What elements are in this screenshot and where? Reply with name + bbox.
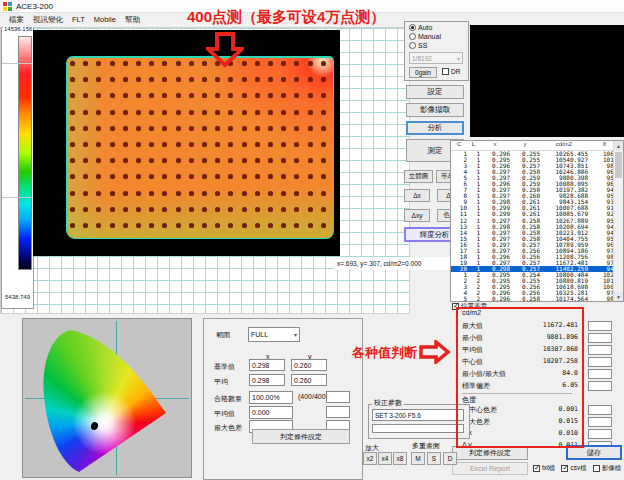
average-x-field[interactable]: 0.298: [249, 374, 285, 386]
measure-point: [70, 174, 75, 179]
file-option[interactable]: 影像檔: [593, 464, 622, 473]
capture-mode-manual[interactable]: Manual: [409, 32, 468, 40]
menu-item[interactable]: 視訊變化: [33, 15, 63, 25]
measure-point: [268, 174, 273, 179]
judge-condition-button[interactable]: 判定條件設定: [452, 446, 528, 460]
exposure-mode-radios: AutoManualSS: [405, 23, 468, 49]
measure-point: [136, 61, 141, 66]
stat-spec-box[interactable]: [588, 429, 612, 439]
cie-chromaticity-diagram: [22, 318, 192, 478]
measure-point: [228, 142, 233, 147]
measure-point: [162, 174, 167, 179]
measure-point: [176, 223, 181, 228]
capture-mode-auto[interactable]: Auto: [409, 23, 468, 31]
magnify-x4-button[interactable]: x4: [378, 452, 392, 465]
measure-point: [281, 110, 286, 115]
reference-x-field[interactable]: 0.298: [249, 359, 285, 371]
scrollbar-thumb[interactable]: [615, 152, 622, 178]
measure-point: [96, 191, 101, 196]
capture-mode-ss[interactable]: SS: [409, 41, 468, 49]
delta-x-button[interactable]: Δx: [404, 189, 430, 202]
menu-item[interactable]: Mobile: [94, 15, 116, 24]
annotation-values-note: 各种值判断: [352, 344, 417, 362]
measure-point: [228, 110, 233, 115]
measure-point: [321, 142, 326, 147]
judge-condition-button-left[interactable]: 判定條件設定: [252, 429, 350, 444]
stat-spec-box[interactable]: [588, 321, 612, 331]
stat-spec-box[interactable]: [588, 381, 612, 391]
measure-point: [202, 77, 207, 82]
stat-spec-box[interactable]: [588, 369, 612, 379]
measure-point: [123, 191, 128, 196]
magnify-x2-button[interactable]: x2: [363, 452, 377, 465]
table-scrollbar[interactable]: ▲ ▼: [613, 141, 623, 301]
mean-spec-box[interactable]: [326, 406, 350, 418]
average-y-field[interactable]: 0.260: [291, 374, 327, 386]
measure-point: [242, 126, 247, 131]
delta-xy-button[interactable]: Δxy: [404, 209, 430, 222]
measure-point: [308, 142, 313, 147]
scroll-down-icon[interactable]: ▼: [614, 292, 623, 301]
measure-point: [189, 61, 194, 66]
annotation-right-arrow-icon: [419, 340, 451, 364]
measure-point: [83, 207, 88, 212]
camera-preview: [470, 25, 624, 137]
analyze-button[interactable]: 分析: [406, 121, 464, 135]
measurement-table[interactable]: CLxycd/m2X 110.2960.25510265.45510608210…: [450, 140, 624, 302]
measure-point: [123, 142, 128, 147]
reference-y-field[interactable]: 0.260: [291, 359, 327, 371]
measure-point: [110, 93, 115, 98]
stat-spec-box[interactable]: [588, 417, 612, 427]
measurement-viewport[interactable]: [33, 30, 340, 256]
dr-checkbox-box[interactable]: [442, 68, 449, 75]
measure-point: [202, 158, 207, 163]
file-option[interactable]: txt檔: [533, 464, 555, 473]
measure-point: [202, 191, 207, 196]
multi-screen-m-button[interactable]: M: [411, 452, 425, 465]
multi-screen-s-button[interactable]: S: [427, 452, 441, 465]
settings-button[interactable]: 設定: [406, 85, 464, 99]
zero-gain-button[interactable]: 0gain: [409, 67, 437, 78]
measure-point: [202, 110, 207, 115]
measure-point: [96, 77, 101, 82]
magnify-buttons: x2x4x8: [363, 452, 407, 465]
file-option[interactable]: csv檔: [561, 464, 586, 473]
range-select[interactable]: FULL ▾: [248, 327, 300, 342]
excel-report-button[interactable]: Excel Report: [452, 462, 528, 475]
stat-spec-box[interactable]: [588, 333, 612, 343]
measure-point: [321, 207, 326, 212]
measure-point: [123, 158, 128, 163]
menu-item[interactable]: FLT: [72, 15, 85, 24]
stat-spec-box[interactable]: [588, 345, 612, 355]
multi-screen-d-button[interactable]: D: [443, 452, 457, 465]
dr-checkbox[interactable]: DR: [442, 68, 460, 75]
stat-spec-box[interactable]: [588, 357, 612, 367]
measure-point: [149, 93, 154, 98]
measure-point: [110, 207, 115, 212]
pass-spec-box[interactable]: [326, 391, 350, 403]
measure-point: [70, 93, 75, 98]
multi-screen-buttons: MSD: [411, 452, 457, 465]
measure-point: [176, 77, 181, 82]
checkbox-icon: [533, 465, 540, 472]
measure-point: [321, 93, 326, 98]
measure-point: [70, 142, 75, 147]
measure-point: [202, 207, 207, 212]
menu-item[interactable]: 幫助: [125, 15, 140, 25]
menu-item[interactable]: 檔案: [9, 15, 24, 25]
measure-point: [83, 126, 88, 131]
magnify-x8-button[interactable]: x8: [393, 452, 407, 465]
measure-point: [281, 126, 286, 131]
luminance-heatmap[interactable]: [66, 56, 334, 239]
image-capture-button[interactable]: 影像擷取: [406, 103, 464, 117]
scroll-up-icon[interactable]: ▲: [614, 141, 623, 150]
stat-spec-box[interactable]: [588, 405, 612, 415]
measure-point: [83, 61, 88, 66]
calibration-value-field[interactable]: SET 3-200 F5.6: [372, 409, 464, 421]
measure-point: [189, 174, 194, 179]
view-3d-button[interactable]: 立體圖: [404, 170, 433, 183]
calibration-extra-field[interactable]: [372, 424, 464, 433]
shutter-select[interactable]: 1/8192 ▾: [409, 52, 463, 64]
measure-point: [215, 142, 220, 147]
dr-label: DR: [451, 68, 460, 75]
